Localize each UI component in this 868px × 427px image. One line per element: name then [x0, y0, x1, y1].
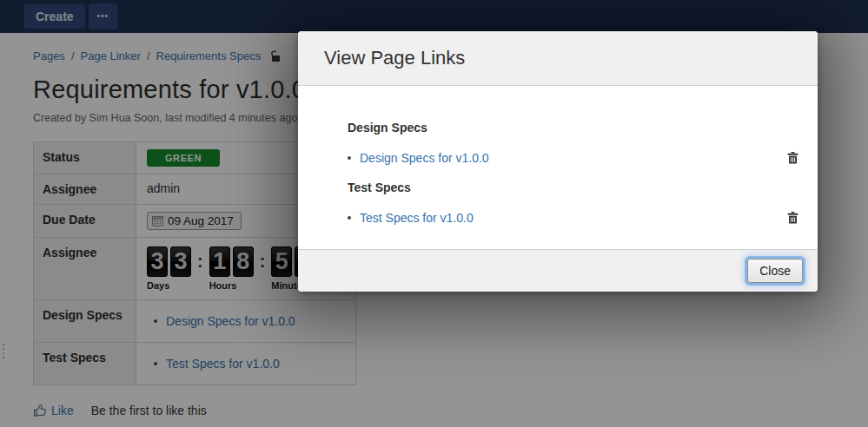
dialog-title: View Page Links [324, 47, 465, 69]
dialog-design-specs-link[interactable]: Design Specs for v1.0.0 [360, 151, 489, 165]
bullet-icon [348, 216, 351, 220]
dialog-footer: Close [298, 249, 818, 292]
list-item: Design Specs for v1.0.0 [348, 150, 800, 166]
screen: Create ••• Pages / Page Linker / Require… [0, 0, 868, 427]
test-specs-section: Test Specs Test Specs for v1.0.0 [348, 181, 800, 226]
dialog-body: Design Specs Design Specs for v1.0.0 [298, 86, 818, 249]
bullet-icon [348, 156, 351, 160]
design-specs-section: Design Specs Design Specs for v1.0.0 [348, 121, 800, 166]
trash-icon [787, 212, 798, 224]
delete-link-button[interactable] [785, 210, 800, 226]
delete-link-button[interactable] [785, 150, 800, 166]
view-page-links-dialog: View Page Links Design Specs Design Spec… [298, 31, 818, 292]
close-button[interactable]: Close [747, 259, 803, 283]
section-heading: Test Specs [348, 181, 800, 194]
dialog-header: View Page Links [298, 31, 818, 86]
section-heading: Design Specs [348, 121, 800, 135]
list-item: Test Specs for v1.0.0 [348, 210, 800, 226]
dialog-test-specs-link[interactable]: Test Specs for v1.0.0 [360, 211, 474, 225]
trash-icon [787, 152, 798, 164]
